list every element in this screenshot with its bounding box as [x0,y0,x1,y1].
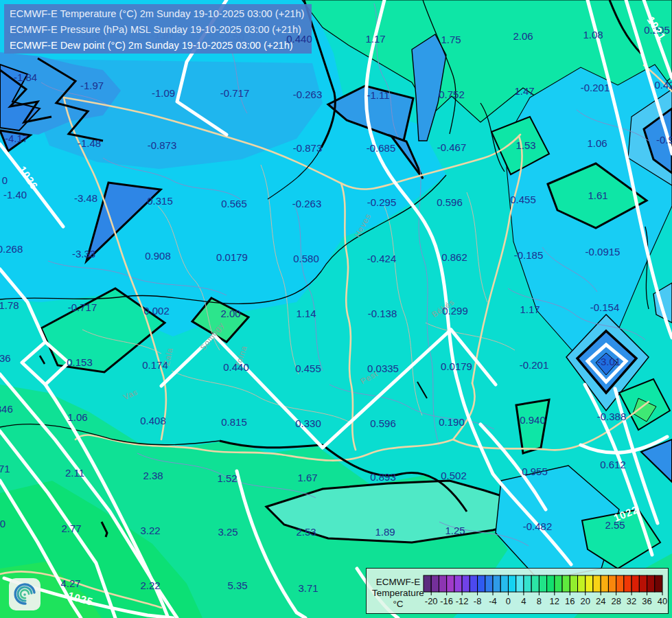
dewpoint-value-label: 2.06 [513,30,533,42]
legend-color-cell [647,575,655,592]
dewpoint-value-label: 1.06 [67,411,87,423]
dewpoint-value-label: 3.71 [298,582,318,594]
dewpoint-value-label: 1.25 [445,525,465,536]
dewpoint-value-label: 0.36 [0,352,11,364]
dewpoint-value-label: -1.40 [3,189,27,201]
dewpoint-value-label: -3.33 [72,248,95,260]
dewpoint-value-label: 1.71 [0,463,10,474]
legend-color-cell [616,575,624,592]
dewpoint-value-label: 0.502 [441,470,467,481]
dewpoint-value-label: 0.0179 [216,251,248,263]
dewpoint-value-label: -0.467 [437,141,467,153]
dewpoint-value-label: 0.315 [147,195,173,207]
dewpoint-value-label: 1.75 [441,34,461,45]
legend-tick-value: -8 [474,596,482,606]
dewpoint-value-label: 1.08 [583,29,603,41]
dewpoint-value-label: 0.893 [370,471,396,483]
dewpoint-value-label: -1.48 [78,137,101,149]
dewpoint-value-label: 1.89 [375,526,395,538]
dewpoint-value-label: 2.53 [296,526,316,538]
legend-color-cell [608,575,616,592]
dewpoint-value-label: -1.09 [152,87,175,99]
dewpoint-value-label: 1.78 [0,299,19,311]
dewpoint-value-label: 5.35 [227,580,247,591]
dewpoint-value-label: 1.47 [514,85,534,97]
legend-tick-value: 16 [565,596,575,606]
dewpoint-value-label: -0.717 [220,87,250,99]
dewpoint-value-label: 0.0179 [441,360,472,372]
dewpoint-value-label: 0.940 [520,414,546,426]
dewpoint-value-label: 0.440 [286,33,312,45]
legend-color-cell [485,575,493,592]
legend-color-cell [601,575,608,592]
dewpoint-value-label: 0.440 [223,361,249,373]
dewpoint-value-label: 0.612 [600,459,626,470]
dewpoint-value-label: 0.862 [441,251,467,263]
dewpoint-value-label: -0.388 [597,411,627,422]
dewpoint-value-label: 0.002 [143,305,170,317]
dewpoint-value-label: 0.174 [142,359,168,371]
dewpoint-value-label: -0.9 [656,134,672,146]
legend-tick-value: 8 [537,596,542,606]
legend-color-cell [462,575,470,592]
legend-tick-value: 24 [596,596,605,606]
legend-color-cell [454,575,462,592]
dewpoint-value-label: 1.61 [588,190,607,201]
legend-tick-value: -4 [489,596,497,606]
legend-color-cell [632,575,639,592]
legend-tick-value: -16 [440,596,453,606]
dewpoint-value-label: -0.154 [590,301,620,313]
weather-map-canvas: VasZalaSomogyTolnaHevesPestBékés -3.51-3… [0,0,672,618]
legend-color-cell [562,575,570,592]
legend-color-cell [593,575,601,592]
legend-tick-value: -12 [456,596,469,606]
dewpoint-value-label: -0.717 [68,301,97,313]
legend-color-cell [439,575,446,592]
dewpoint-value-label: -0.263 [293,89,323,100]
dewpoint-value-label: 0.596 [437,196,463,208]
legend-tick-value: 28 [611,596,621,606]
dewpoint-value-label: -4.17 [5,133,28,144]
dewpoint-value-label: 3.25 [218,526,237,538]
dewpoint-value-label: 2.38 [143,470,163,481]
dewpoint-value-label: 0.955 [522,466,548,477]
legend-tick-value: -20 [425,596,438,606]
dewpoint-value-label: 0.815 [221,416,247,428]
legend-parameter-label: Temperature [372,588,424,598]
dewpoint-value-label: -0.201 [581,82,610,93]
dewpoint-value-label: 0.752 [439,89,465,100]
dewpoint-value-label: 0.153 [67,356,93,368]
title-pressure: ECMWF-E Pressure (hPa) MSL Sunday 19-10-… [10,24,301,35]
legend-color-cell [431,575,439,592]
legend-color-cell [447,575,454,592]
dewpoint-value-label: -0.185 [514,249,544,261]
dewpoint-value-label: 0.299 [442,305,468,317]
dewpoint-value-label: -0.268 [0,243,23,255]
legend-tick-value: 32 [627,596,636,606]
legend-color-cell [555,575,562,592]
legend-color-cell [570,575,577,592]
dewpoint-value-label: -0.0915 [586,246,621,258]
dewpoint-value-label: 0 [0,518,5,529]
dewpoint-value-label: 1.53 [515,139,535,151]
legend-color-cell [586,575,593,592]
legend-tick-value: 12 [550,596,559,606]
legend-color-cell [424,575,431,592]
dewpoint-value-label: 0.565 [221,198,247,209]
legend-color-cell [508,575,515,592]
weather-map-page: VasZalaSomogyTolnaHevesPestBékés -3.51-3… [0,0,672,618]
dewpoint-value-label: -0.295 [367,196,397,208]
legend-color-cell [478,575,485,592]
legend-color-cell [516,575,524,592]
legend-color-cell [547,575,555,592]
dewpoint-value-label: 0.596 [370,417,396,429]
dewpoint-value-label: 1.67 [297,472,317,483]
dewpoint-value-label: 0.455 [510,194,536,205]
legend-tick-value: 4 [521,596,526,606]
dewpoint-value-label: -0.138 [368,308,397,319]
dewpoint-value-label: 0.455 [295,363,321,374]
dewpoint-value-label: 2.11 [65,467,84,479]
dewpoint-value-label: 1.06 [587,137,607,149]
legend-unit-label: °C [393,599,403,609]
dewpoint-value-label: -0.482 [523,520,553,532]
